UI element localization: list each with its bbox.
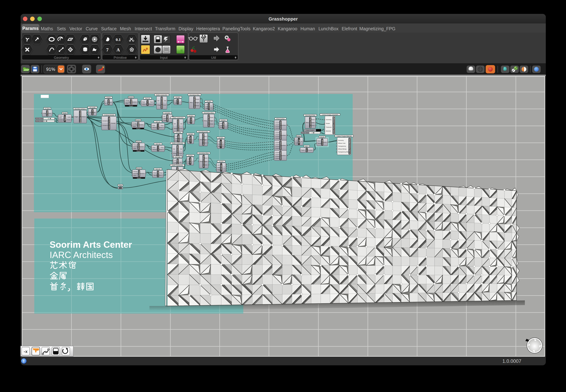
svg-text:D3: D3 — [296, 141, 297, 143]
svg-text:Number Slider: Number Slider — [35, 120, 43, 122]
svg-text:Brep: Brep — [204, 120, 207, 122]
svg-text:Values A: Values A — [159, 127, 164, 128]
svg-text:Corner B: Corner B — [275, 133, 281, 135]
svg-text:Brep: Brep — [200, 161, 203, 162]
svg-text:Soorim Arts Center: Soorim Arts Center — [50, 240, 132, 250]
svg-text:List Item: List Item — [188, 133, 193, 135]
svg-text:A: A — [117, 47, 120, 53]
svg-text:Transparency Bitmap: Transparency Bitmap — [338, 151, 350, 153]
svg-text:Corner A: Corner A — [275, 121, 281, 123]
svg-text:Geometry: Geometry — [338, 140, 344, 141]
svg-text:Random: Random — [140, 173, 145, 174]
svg-text:Cells: Cells — [68, 116, 70, 118]
svg-text:Extent X: Extent X — [59, 118, 64, 120]
svg-text:Sort List: Sort List — [156, 168, 160, 170]
svg-text:Util: Util — [211, 56, 216, 59]
svg-text:List: List — [163, 116, 165, 117]
svg-text:Seed: Seed — [133, 175, 136, 176]
svg-text:List Item: List Item — [188, 155, 193, 156]
svg-text:Index: Index — [188, 139, 192, 140]
svg-text:Sort List: Sort List — [145, 98, 150, 99]
svg-text:Corner C: Corner C — [275, 145, 281, 147]
svg-text:Corner B: Corner B — [275, 143, 281, 145]
svg-text:Index: Index — [218, 143, 222, 145]
svg-text:Delete Consecutive: Delete Consecutive — [161, 97, 163, 108]
svg-text:Number Slider: Number Slider — [301, 132, 309, 133]
svg-text:Range: Range — [133, 171, 137, 172]
svg-text:A: A — [105, 100, 106, 102]
svg-text:Set: Set — [173, 148, 175, 150]
svg-text:Surface: Surface — [281, 135, 286, 136]
svg-text:Keys: Keys — [152, 147, 155, 148]
svg-text:D1: D1 — [296, 138, 297, 140]
svg-text:Integers: Integers — [137, 177, 141, 179]
svg-text:Custom Preview Materials: Custom Preview Materials — [337, 135, 352, 137]
svg-text:Vertices: Vertices — [194, 105, 199, 106]
svg-text:List: List — [174, 159, 176, 161]
svg-text:Delete Consecutive: Delete Consecutive — [156, 94, 167, 96]
svg-text:List: List — [220, 123, 222, 124]
svg-text:List Length: List Length — [89, 107, 95, 108]
svg-text:List: List — [188, 118, 190, 120]
svg-text:Wrap: Wrap — [220, 126, 223, 128]
svg-text:Set: Set — [180, 148, 182, 150]
svg-text:Merge: Merge — [297, 135, 301, 137]
svg-text:Keys: Keys — [150, 101, 153, 103]
svg-text:List: List — [218, 141, 220, 142]
svg-text:0.1: 0.1 — [116, 37, 121, 42]
svg-text:Seed: Seed — [133, 126, 136, 127]
svg-text:Corner C: Corner C — [275, 156, 281, 157]
svg-text:Plane: Plane — [59, 115, 62, 117]
svg-text:Index: Index — [220, 125, 223, 126]
svg-text:Edges: Edges — [195, 102, 199, 103]
svg-text:!: ! — [23, 359, 24, 364]
svg-text:Deconstruct Brep: Deconstruct Brep — [305, 114, 315, 116]
svg-text:Plane: Plane — [48, 112, 51, 114]
svg-text:+2: +2 — [222, 144, 223, 146]
svg-text:D2: D2 — [296, 140, 297, 141]
svg-text:Wrap: Wrap — [188, 141, 192, 142]
svg-text:Values A: Values A — [152, 127, 157, 128]
svg-text:Deconstruct Brep: Deconstruct Brep — [199, 152, 209, 154]
svg-text:Cull Index: Cull Index — [164, 112, 170, 114]
svg-text:-x: -x — [24, 349, 28, 354]
svg-text:Brep: Brep — [200, 139, 203, 140]
svg-text:Delete Consecutive: Delete Consecutive — [172, 142, 183, 144]
svg-text:Cull Index: Cull Index — [175, 156, 181, 158]
svg-text:Shader: Shader — [326, 123, 330, 124]
svg-text:+3: +3 — [225, 127, 226, 128]
svg-text:Input: Input — [160, 56, 168, 59]
svg-text:List Item: List Item — [175, 97, 180, 98]
svg-text:Corner A: Corner A — [275, 152, 281, 153]
svg-text:Random: Random — [132, 101, 137, 103]
svg-text:Keys: Keys — [161, 147, 164, 148]
svg-text:Absolute: Absolute — [326, 130, 331, 132]
svg-text:List: List — [188, 137, 190, 138]
svg-text:Corner B: Corner B — [275, 154, 281, 155]
svg-text:Surface: Surface — [281, 125, 286, 126]
svg-text:Faces: Faces — [203, 136, 207, 137]
svg-text:List: List — [218, 164, 220, 166]
svg-text:Wrap: Wrap — [173, 153, 176, 154]
svg-text:Edges: Edges — [311, 122, 315, 123]
svg-text:40: 40 — [48, 118, 49, 119]
svg-text:List: List — [176, 135, 178, 137]
svg-text:Wrap: Wrap — [163, 120, 166, 121]
svg-text:Custom Preview Lineweights: Custom Preview Lineweights — [322, 114, 338, 115]
svg-text:List Item: List Item — [221, 119, 226, 121]
svg-text:Division: Division — [106, 97, 111, 98]
svg-text:Domain start: Domain start — [103, 120, 110, 122]
svg-text:Number Slider: Number Slider — [35, 118, 43, 119]
svg-text:Corner C: Corner C — [275, 135, 281, 137]
svg-text:Square: Square — [63, 112, 67, 114]
svg-text:Values A: Values A — [148, 103, 153, 105]
svg-text:Set: Set — [180, 123, 182, 125]
svg-text:Surfaces: Surfaces — [81, 116, 86, 118]
svg-text:Count: Count — [179, 153, 182, 154]
svg-text:Delete Consecutive: Delete Consecutive — [177, 120, 179, 132]
svg-text:List Item: List Item — [218, 137, 223, 139]
svg-text:Faces: Faces — [210, 117, 213, 118]
svg-text:Values A: Values A — [142, 103, 147, 105]
svg-text:B: B — [105, 102, 106, 104]
svg-text:Deconstruct Brep: Deconstruct Brep — [190, 94, 200, 96]
